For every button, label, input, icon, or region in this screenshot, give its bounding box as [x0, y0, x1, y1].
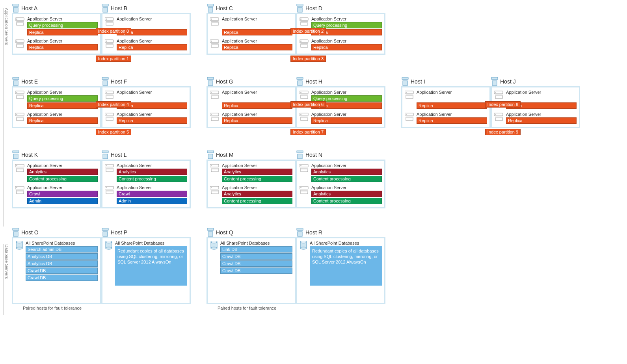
db-crawl: Crawl DB — [26, 275, 98, 281]
host-pair-kl: Host K Application ServerAnalyticsConten… — [12, 150, 191, 208]
index-partition-4: Index partition 4 — [96, 101, 131, 108]
server-icon — [105, 163, 114, 173]
server-icon — [105, 112, 114, 122]
server-icon — [105, 186, 114, 195]
host-title: Host D — [305, 5, 322, 11]
db-crawl: Crawl DB — [26, 267, 98, 274]
db-crawl: Crawl DB — [220, 253, 292, 260]
index-partition-8: Index partition 8 — [485, 101, 521, 108]
server-icon — [300, 112, 309, 122]
host-title: Host H — [305, 78, 322, 85]
server-icon — [105, 39, 114, 48]
server-icon — [300, 39, 309, 48]
host-icon — [401, 77, 409, 86]
server-label: Application Server — [311, 185, 382, 190]
server-label: Application Server — [311, 163, 382, 168]
db-analytics: Analytics DB — [26, 260, 98, 267]
host-title: Host R — [305, 229, 322, 236]
diagram-root: Application Servers Database Servers Hos… — [0, 0, 627, 322]
component-analytics: Analytics — [311, 169, 382, 175]
server-label: Application Server — [506, 112, 577, 117]
host-pair-mn: Host M Application ServerAnalyticsConten… — [207, 150, 385, 208]
host-title: Host M — [216, 152, 233, 158]
redundant-note: Redundant copies of all databases using … — [310, 246, 382, 286]
db-crawl: Crawl DB — [220, 260, 292, 267]
server-label: Application Server — [117, 39, 187, 43]
server-icon — [210, 163, 220, 173]
host-title: Host B — [111, 5, 127, 11]
db-link: Link DB — [220, 246, 292, 253]
database-icon — [15, 241, 23, 250]
db-crawl: Crawl DB — [220, 267, 292, 274]
component-replica: Replica — [117, 44, 187, 50]
server-icon — [15, 186, 25, 195]
db-title: All SharePoint Databases — [310, 241, 382, 245]
host-title: Host Q — [216, 229, 233, 236]
server-icon — [105, 17, 114, 26]
server-label: Application Server — [222, 39, 292, 43]
database-icon — [300, 241, 307, 250]
server-label: Application Server — [311, 17, 382, 21]
server-label: Application Server — [222, 185, 292, 190]
host-icon — [207, 228, 214, 237]
host-icon — [207, 150, 214, 159]
server-icon — [15, 112, 25, 122]
host-n: Host N Application ServerAnalyticsConten… — [296, 150, 385, 208]
host-icon — [101, 150, 109, 159]
server-icon — [15, 163, 25, 173]
server-label: Application Server — [311, 39, 382, 43]
server-icon — [15, 39, 25, 48]
index-partition-9: Index partition 9 — [485, 129, 521, 135]
db-title: All SharePoint Databases — [115, 241, 187, 245]
server-label: Application Server — [117, 163, 187, 168]
server-icon — [494, 90, 504, 100]
server-icon — [210, 112, 220, 122]
server-icon — [210, 186, 220, 195]
index-partition-5: Index partition 5 — [96, 129, 131, 135]
index-partition-2: Index partition 2 — [290, 28, 326, 34]
component-crawl: Crawl — [27, 191, 98, 197]
host-k: Host K Application ServerAnalyticsConten… — [12, 150, 101, 208]
server-label: Application Server — [311, 90, 382, 95]
index-partition-3: Index partition 3 — [290, 56, 326, 62]
host-icon — [101, 228, 109, 237]
pair-caption: Paired hosts for fault tolerance — [12, 306, 191, 310]
server-label: Application Server — [27, 163, 98, 168]
component-content: Content processing — [311, 198, 382, 204]
server-icon — [300, 90, 309, 100]
component-replica: Replica — [27, 29, 98, 35]
row-hosts-op-qr: Host O All SharePoint Databases Search a… — [12, 228, 623, 310]
host-g: Host G Application Server.Replica Applic… — [207, 77, 296, 143]
component-replica: Replica — [27, 44, 98, 50]
component-replica: Replica — [222, 29, 292, 35]
component-replica: Replica — [27, 102, 98, 109]
component-replica: Replica — [311, 44, 382, 50]
index-partition-6: Index partition 6 — [290, 101, 326, 108]
host-icon — [101, 77, 109, 86]
server-icon — [105, 90, 114, 100]
component-replica: Replica — [222, 117, 292, 124]
host-title: Host G — [216, 78, 233, 85]
server-label: Application Server — [117, 17, 187, 21]
component-analytics: Analytics — [222, 191, 292, 197]
server-icon — [405, 90, 414, 100]
server-label: Application Server — [222, 163, 292, 168]
host-icon — [12, 228, 20, 237]
host-e: Host E Application ServerQuery processin… — [12, 77, 101, 143]
host-a: Host A Application Server Query processi… — [12, 4, 101, 69]
component-replica: Replica — [222, 102, 292, 109]
server-label: Application Server — [311, 112, 382, 117]
host-title: Host E — [21, 78, 38, 85]
host-title: Host C — [216, 5, 233, 11]
host-title: Host K — [21, 152, 38, 158]
server-label: Application Server — [222, 90, 292, 95]
index-partition-7: Index partition 7 — [290, 129, 326, 135]
host-c: Host C Application Server . Replica — [207, 4, 296, 69]
server-label: Application Server — [117, 90, 187, 95]
row-hosts-ab-cd: Host A Application Server Query processi… — [12, 4, 623, 69]
host-i: Host I Application Server.Replica Applic… — [401, 77, 491, 143]
section-label-app: Application Servers — [3, 8, 9, 227]
pair-caption: Paired hosts for fault tolerance — [207, 306, 385, 310]
host-icon — [296, 228, 304, 237]
component-replica: Replica — [222, 44, 292, 50]
